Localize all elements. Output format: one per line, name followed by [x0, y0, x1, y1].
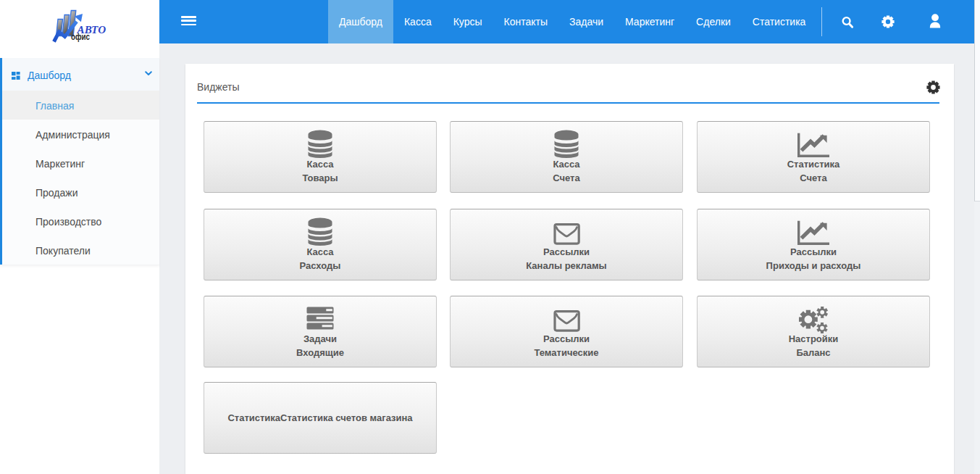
svg-text:офис: офис: [71, 32, 90, 42]
